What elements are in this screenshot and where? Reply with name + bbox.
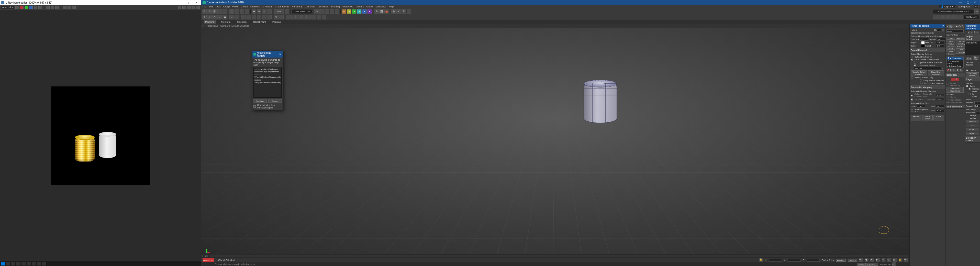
maximize-button[interactable]: ▢ xyxy=(964,1,971,4)
app-icon[interactable] xyxy=(42,262,46,266)
vertex-subobj-icon[interactable]: ⁘ xyxy=(951,78,955,81)
timeline[interactable]: 0 / 100 xyxy=(201,254,909,258)
maxdist-input[interactable] xyxy=(936,41,944,44)
placement-icon[interactable] xyxy=(267,9,272,14)
ref-object-list[interactable]: Cylinder001 xyxy=(965,41,980,55)
timetag[interactable]: Add Time Tag xyxy=(880,263,891,265)
poly-vertex-icon[interactable]: ⁘ xyxy=(202,15,207,19)
unlink-icon[interactable] xyxy=(217,9,222,14)
cage-rollout[interactable]: Cage xyxy=(965,77,980,81)
rtt-title[interactable]: Render To Texture ― ✕ xyxy=(910,24,945,28)
menu-file[interactable]: File xyxy=(202,5,206,8)
close-button[interactable]: Close xyxy=(934,115,944,121)
reset-button[interactable]: Reset xyxy=(966,124,979,127)
windows-taskbar[interactable] xyxy=(0,261,201,266)
hide-geo-button[interactable]: Hide Working Geometr... xyxy=(966,72,979,76)
clear-shell-button[interactable]: Clear Shell Materials xyxy=(928,70,945,76)
prev-frame-icon[interactable]: ◀ xyxy=(865,258,869,262)
app-icon[interactable] xyxy=(37,262,41,266)
preset-button[interactable]: 768x768 xyxy=(918,32,925,34)
modify-tab-icon[interactable] xyxy=(938,15,943,19)
pow2-checkbox[interactable] xyxy=(911,110,913,112)
goto-start-icon[interactable]: ⏮ xyxy=(859,258,863,262)
ribbon-tab-selection[interactable]: Selection xyxy=(235,21,248,24)
falloff-input[interactable] xyxy=(936,45,944,47)
close-button[interactable]: ✕ xyxy=(192,1,200,4)
dark-swatch[interactable] xyxy=(921,45,924,47)
ref-title[interactable]: Reference Geometry xyxy=(965,24,980,30)
bright-swatch[interactable] xyxy=(921,41,924,44)
vray-tool-icon[interactable] xyxy=(286,15,291,19)
snap-toggle-icon[interactable]: ⊞ xyxy=(391,9,396,14)
update-button[interactable]: Update xyxy=(966,120,979,123)
select-name-icon[interactable] xyxy=(234,9,239,14)
redo-icon[interactable]: ↷ xyxy=(207,9,212,14)
max-input[interactable] xyxy=(936,109,944,112)
dup-source-radio[interactable] xyxy=(914,61,916,64)
ref-object-item[interactable]: Cylinder001 xyxy=(965,41,980,44)
mat-sphere-icon[interactable]: ● xyxy=(362,9,367,14)
fill-checkbox[interactable] xyxy=(911,98,913,100)
preset-button[interactable]: 256x256 xyxy=(911,32,918,34)
align-icon[interactable] xyxy=(320,9,324,14)
refcoord-dropdown[interactable]: View xyxy=(274,9,284,14)
shaded-subobj-radio[interactable] xyxy=(947,99,949,101)
timeline-track[interactable] xyxy=(210,255,908,257)
display-tab-icon[interactable] xyxy=(953,15,958,19)
search-icon[interactable] xyxy=(6,262,10,266)
keep-src-radio[interactable] xyxy=(920,79,922,81)
continue-button[interactable]: Continue xyxy=(253,99,267,103)
bind-spacewarp-icon[interactable] xyxy=(223,9,227,14)
hierarchy-tab-icon[interactable]: ☱ xyxy=(952,25,955,28)
minimize-button[interactable]: ― xyxy=(957,1,964,4)
setkey-button[interactable]: Set Key xyxy=(857,263,866,266)
configure-sets-icon[interactable]: ⚙ xyxy=(960,69,963,72)
vray-tool-icon[interactable] xyxy=(301,15,306,19)
preset-button[interactable]: 2048x2048 xyxy=(925,32,934,34)
autokey-button[interactable]: Auto Key xyxy=(836,259,845,262)
selection-set-field[interactable]: Create Selection Se xyxy=(291,9,312,14)
menu-interactive[interactable]: Interactive xyxy=(342,5,353,8)
height-input[interactable] xyxy=(933,29,941,32)
modeling-tool-icon[interactable] xyxy=(257,15,261,19)
selection-rollout[interactable]: Selection xyxy=(945,73,965,77)
object-level-rollout[interactable]: Object Level: xyxy=(965,35,980,41)
show-end-result-icon[interactable]: Ⅱ xyxy=(950,69,953,72)
amount-input[interactable] xyxy=(974,101,980,104)
min-max-viewport-icon[interactable]: ⛶ xyxy=(892,263,896,266)
menu-edit[interactable]: Edit xyxy=(209,5,213,8)
pt2pt-radio[interactable] xyxy=(969,93,971,95)
modeling-tool-icon[interactable] xyxy=(242,15,246,19)
vfb-viewport[interactable] xyxy=(0,10,201,262)
load-image-icon[interactable] xyxy=(51,6,54,9)
pick-button[interactable]: Pick xyxy=(966,57,972,60)
face-subobj-icon[interactable]: ▱ xyxy=(955,78,959,81)
blue-channel-icon[interactable] xyxy=(29,6,33,9)
render-files-checkbox[interactable] xyxy=(911,76,913,79)
menu-civilview[interactable]: Civil View xyxy=(305,5,315,8)
keep-baked-radio[interactable] xyxy=(920,82,923,84)
vray-tool-icon[interactable] xyxy=(322,15,326,19)
percent-snap-icon[interactable]: % xyxy=(401,9,406,14)
window-crossing-icon[interactable] xyxy=(245,9,249,14)
render-production-icon[interactable]: 🫖 xyxy=(384,9,389,14)
mono-channel-icon[interactable] xyxy=(38,6,42,9)
stack-item-unwrap[interactable]: 👁 ▸ Unwrap UVW xyxy=(947,60,963,65)
select-region-icon[interactable]: ▭ xyxy=(240,9,244,14)
app-icon[interactable] xyxy=(27,262,31,266)
rotate-icon[interactable]: ⟳ xyxy=(257,9,261,14)
save-source-radio[interactable] xyxy=(911,59,913,61)
menu-animation[interactable]: Animation xyxy=(262,5,272,8)
select-icon[interactable]: ⬚ xyxy=(229,9,234,14)
vfb-titlebar[interactable]: V-Ray frame buffer - [100% of 947 x 947]… xyxy=(0,0,201,5)
hierarchy-tab-icon[interactable] xyxy=(943,15,948,19)
selection-check-rollout[interactable]: Selection Check xyxy=(965,136,980,142)
picklist-button[interactable]: Pick List xyxy=(973,56,979,61)
menu-rendering[interactable]: Rendering xyxy=(292,5,302,8)
spacing-input[interactable] xyxy=(936,98,944,101)
signin-button[interactable]: 👤 Sign In ▾ xyxy=(939,5,955,8)
toggle-icon[interactable] xyxy=(969,67,971,69)
material-editor-icon[interactable]: ● xyxy=(342,9,346,14)
poly-element-icon[interactable]: ▣ xyxy=(223,15,227,19)
curve-editor-icon[interactable] xyxy=(330,9,334,14)
